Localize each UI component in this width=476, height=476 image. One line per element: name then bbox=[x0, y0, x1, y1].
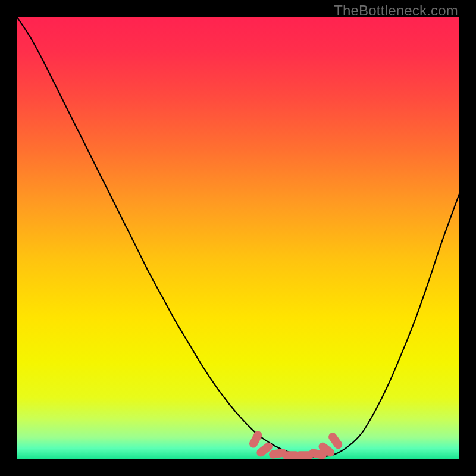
chart-svg bbox=[17, 17, 459, 459]
gradient-background bbox=[17, 17, 459, 459]
plot-area bbox=[17, 17, 459, 459]
chart-frame: TheBottleneck.com bbox=[0, 0, 476, 476]
